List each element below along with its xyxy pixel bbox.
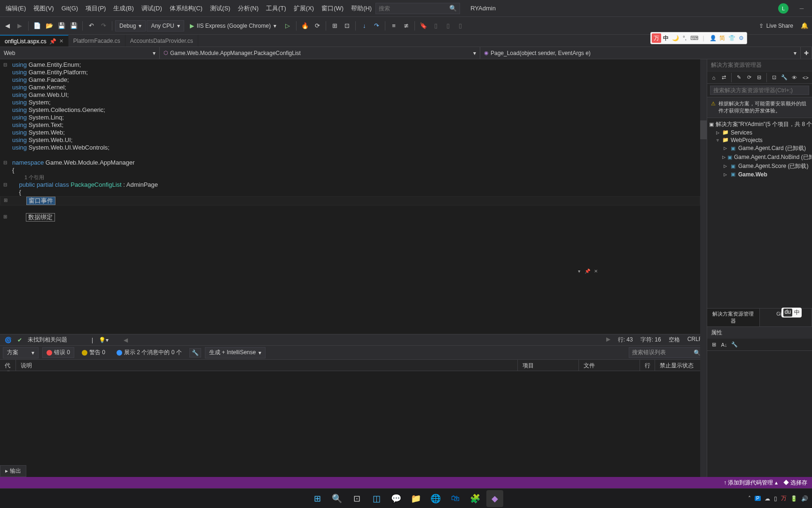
tree-node[interactable]: ▷▣Game.Agent.Card.NoBind (已卸载) xyxy=(707,153,812,162)
show-all-icon[interactable]: ⊡ xyxy=(770,73,779,82)
sync-icon[interactable]: ⟳ xyxy=(744,73,753,82)
widgets-icon[interactable]: ◫ xyxy=(368,490,385,507)
comment-icon[interactable]: ≡ xyxy=(388,20,399,32)
redo-icon[interactable]: ↷ xyxy=(98,20,109,32)
scope-dropdown[interactable]: 方案▾ xyxy=(3,347,39,358)
tray-wanfang-icon[interactable]: 万 xyxy=(781,494,787,502)
run-noattach-icon[interactable]: ▷ xyxy=(282,20,293,32)
menu-git[interactable]: Git(G) xyxy=(58,2,82,15)
menu-help[interactable]: 帮助(H) xyxy=(347,1,375,16)
tab-platformfacade[interactable]: PlatformFacade.cs xyxy=(69,35,125,47)
step-into-icon[interactable]: ↓ xyxy=(359,20,370,32)
menu-debug[interactable]: 调试(D) xyxy=(138,1,166,16)
tray-app-icon[interactable]: P xyxy=(755,496,761,501)
menu-view[interactable]: 视图(V) xyxy=(30,1,57,16)
props-page-icon[interactable]: 🔧 xyxy=(730,340,739,349)
bc-split[interactable]: ✚ xyxy=(801,47,812,59)
ime-lang-icon[interactable]: 中 xyxy=(661,33,671,43)
menu-build[interactable]: 生成(B) xyxy=(109,1,137,16)
liveshare-button[interactable]: ⇪ Live Share xyxy=(754,21,798,31)
hot-reload-icon[interactable]: 🔥 xyxy=(299,20,311,32)
status-col[interactable]: 字符: 16 xyxy=(640,336,661,344)
vs-icon[interactable]: ◆ xyxy=(486,490,503,507)
save-all-icon[interactable]: 💾 xyxy=(68,20,79,32)
explorer-icon[interactable]: 📁 xyxy=(407,490,424,507)
start-button[interactable]: ⊞ xyxy=(309,490,326,507)
col-code[interactable]: 代码 xyxy=(0,360,16,371)
app-icon[interactable]: 🧩 xyxy=(467,490,484,507)
tb-icon[interactable]: ⊡ xyxy=(341,20,352,32)
scrollbar-thumb[interactable] xyxy=(700,120,707,139)
lightbulb-icon[interactable]: 💡▾ xyxy=(99,337,109,343)
tray-icon[interactable]: ▯ xyxy=(774,495,777,502)
col-project[interactable]: 项目 xyxy=(518,360,579,371)
menu-tools[interactable]: 工具(T) xyxy=(262,1,290,16)
ime-logo-icon[interactable]: 万 xyxy=(652,33,661,43)
menu-arch[interactable]: 体系结构(C) xyxy=(166,1,206,16)
ime-keyboard-icon[interactable]: ⌨ xyxy=(689,33,699,43)
alphabetical-icon[interactable]: A↓ xyxy=(719,340,729,349)
bc-project[interactable]: Web▾ xyxy=(0,47,160,59)
issues-text[interactable]: 未找到相关问题 xyxy=(28,336,67,344)
bookmark-icon[interactable]: 🔖 xyxy=(418,20,429,32)
tb-icon[interactable]: ▯ xyxy=(454,20,466,32)
minimize-button[interactable]: ─ xyxy=(793,1,810,16)
solution-search-input[interactable] xyxy=(710,86,809,95)
warnings-filter[interactable]: 警告 0 xyxy=(78,348,109,357)
tab-solution-explorer[interactable]: 解决方案资源管理器 xyxy=(707,309,760,326)
tree-node[interactable]: ▷▣Game.Agent.Card (已卸载) xyxy=(707,144,812,153)
panel-pin-icon[interactable]: 📌 xyxy=(584,267,591,275)
menu-edit[interactable]: 编辑(E) xyxy=(2,1,30,16)
view-code-icon[interactable]: <> xyxy=(801,73,810,82)
bc-member[interactable]: ◉Page_Load(object sender, EventArgs e)▾ xyxy=(480,47,801,59)
edge-icon[interactable]: 🌐 xyxy=(427,490,444,507)
build-intellisense-dropdown[interactable]: 生成 + IntelliSense▾ xyxy=(205,347,266,358)
store-icon[interactable]: 🛍 xyxy=(447,490,464,507)
tree-node[interactable]: ▿📁WebProjects xyxy=(707,136,812,144)
home-icon[interactable]: ⌂ xyxy=(709,73,718,82)
src-control-button[interactable]: ↑ 添加到源代码管理 ▴ xyxy=(724,479,778,487)
close-icon[interactable]: ✕ xyxy=(59,38,63,44)
tray-onedrive-icon[interactable]: ☁ xyxy=(765,495,770,502)
tree-node[interactable]: ▷📁Services xyxy=(707,129,812,136)
build-filter-icon[interactable]: 🔧 xyxy=(189,348,201,357)
tb-icon[interactable]: ▯ xyxy=(430,20,441,32)
bc-namespace[interactable]: ⬡Game.Web.Module.AppManager.PackageConfi… xyxy=(160,47,480,59)
pending-icon[interactable]: ✎ xyxy=(734,73,743,82)
repo-button[interactable]: ◆ 选择存 xyxy=(783,479,807,487)
scroll-right-icon[interactable]: ▶ xyxy=(606,336,610,344)
task-view-icon[interactable]: ⊡ xyxy=(348,490,365,507)
tray-battery-icon[interactable]: 🔋 xyxy=(790,495,797,502)
tb-icon[interactable]: ▯ xyxy=(442,20,453,32)
run-button[interactable]: ▶IIS Express (Google Chrome)▾ xyxy=(185,20,281,32)
menu-extensions[interactable]: 扩展(X) xyxy=(290,1,318,16)
col-desc[interactable]: 说明 xyxy=(16,360,518,371)
user-avatar[interactable]: L xyxy=(778,3,789,14)
ime-gear-icon[interactable]: ⚙ xyxy=(736,33,746,43)
search-input[interactable] xyxy=(379,5,449,12)
col-line[interactable]: 行 xyxy=(640,360,655,371)
tree-node[interactable]: ▷▣Game.Web xyxy=(707,171,812,178)
categorize-icon[interactable]: ⊞ xyxy=(709,340,718,349)
messages-filter[interactable]: 展示 2 个消息中的 0 个 xyxy=(113,348,186,357)
ime-punct-icon[interactable]: °, xyxy=(680,33,689,43)
status-line[interactable]: 行: 43 xyxy=(618,336,633,344)
code-editor[interactable]: ⊟using Game.Entity.Enum;using Game.Entit… xyxy=(0,59,707,334)
properties-icon[interactable]: 🔧 xyxy=(780,73,789,82)
error-search[interactable]: 搜索错误列表🔍 xyxy=(629,347,704,358)
preview-icon[interactable]: 👁 xyxy=(790,73,799,82)
ime-indicator[interactable]: du 中 xyxy=(781,308,802,318)
menu-test[interactable]: 测试(S) xyxy=(206,1,234,16)
scroll-left-icon[interactable]: ◀ xyxy=(124,337,128,343)
ime-user-icon[interactable]: 👤 xyxy=(708,33,718,43)
tb-icon[interactable]: ⊞ xyxy=(329,20,340,32)
open-icon[interactable]: 📂 xyxy=(44,20,55,32)
menu-analyze[interactable]: 分析(N) xyxy=(234,1,262,16)
ime-simplified-icon[interactable]: 简 xyxy=(718,33,727,43)
tray-expand-icon[interactable]: ˄ xyxy=(748,495,751,502)
issues-icon[interactable]: 🌀 xyxy=(5,337,12,343)
tab-accountsdataprovider[interactable]: AccountsDataProvider.cs xyxy=(125,35,198,47)
collapse-icon[interactable]: ⊟ xyxy=(755,73,764,82)
editor-scrollbar[interactable] xyxy=(700,59,707,500)
status-indent[interactable]: 空格 xyxy=(669,336,680,344)
